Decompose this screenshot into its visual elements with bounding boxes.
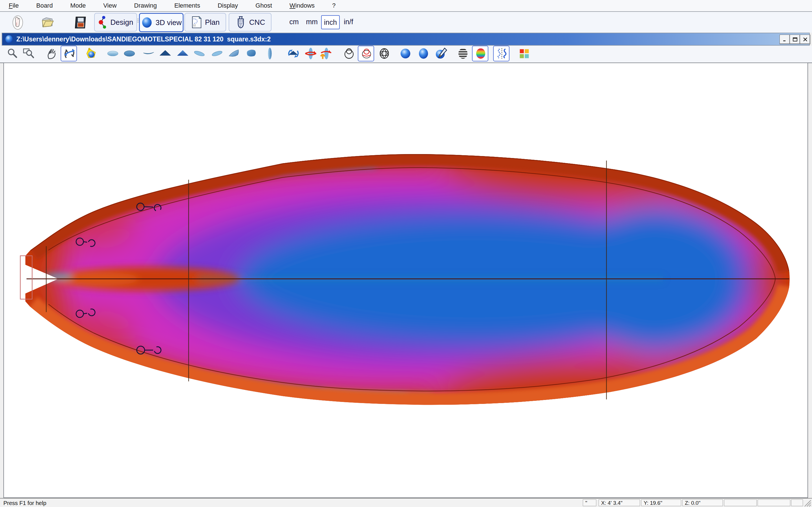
design-button[interactable]: Design (94, 13, 137, 32)
plan-button-label: Plan (205, 18, 220, 27)
render-zebra-icon[interactable] (456, 47, 470, 60)
status-x-coordinate: X: 4' 3.4" (599, 499, 640, 506)
view-3q-left-icon[interactable] (227, 47, 241, 60)
plan-doc-icon (191, 16, 202, 29)
unit-inf[interactable]: in/f (340, 15, 357, 28)
board-3d-viewport[interactable] (3, 62, 808, 498)
sphere-icon (141, 17, 153, 29)
view-3q-right-icon[interactable] (245, 47, 258, 60)
cnc-button-label: CNC (249, 18, 265, 27)
document-title: Z:\Users\dennery\Downloads\SANDIEGOMOTEL… (16, 36, 271, 43)
view-front-dark-icon[interactable] (158, 47, 172, 60)
status-z-coordinate: Z: 0.0" (682, 499, 723, 506)
pan-hand-icon[interactable] (45, 47, 59, 60)
spin-vertical-icon[interactable] (318, 47, 332, 60)
menu-ghost[interactable]: Ghost (247, 2, 281, 9)
unit-mm[interactable]: mm (303, 15, 320, 28)
status-empty-pane (724, 499, 757, 506)
status-empty-pane (791, 499, 803, 506)
3d-view-button[interactable]: 3D view (139, 13, 184, 32)
menu-mode[interactable]: Mode (61, 2, 94, 9)
status-y-coordinate: Y: 19.6" (641, 499, 681, 506)
menu-display[interactable]: Display (209, 2, 247, 9)
minimize-button[interactable] (779, 35, 790, 44)
light-icon[interactable] (84, 47, 98, 60)
document-title-bar[interactable]: Z:\Users\dennery\Downloads\SANDIEGOMOTEL… (2, 33, 810, 46)
windows-tile-icon[interactable] (517, 47, 531, 60)
design-nodes-icon (98, 15, 108, 29)
hand-wizard-icon[interactable] (9, 14, 27, 31)
document-app-icon (4, 35, 13, 44)
status-help-text: Press F1 for help (3, 500, 46, 506)
rotate-3d-icon[interactable] (63, 47, 76, 60)
symmetry-icon[interactable] (495, 47, 509, 60)
menu-view[interactable]: View (94, 2, 125, 9)
view-side-icon[interactable] (142, 47, 155, 60)
menu-elements[interactable]: Elements (165, 2, 209, 9)
view-front-icon[interactable] (176, 47, 190, 60)
cnc-bit-icon (235, 16, 246, 29)
render-wireframe-icon[interactable] (342, 47, 356, 60)
save-icon[interactable] (72, 14, 90, 31)
render-mesh-icon[interactable] (377, 47, 391, 60)
plan-button[interactable]: Plan (185, 13, 226, 32)
view-perspective-right-icon[interactable] (210, 47, 224, 60)
rotate-front-icon[interactable] (287, 47, 300, 60)
main-toolbar: Design 3D view Plan (0, 12, 812, 33)
spin-horizontal-icon[interactable] (304, 47, 317, 60)
menu-bar: File Board Mode View Drawing Elements Di… (0, 0, 812, 12)
render-solid-icon[interactable] (399, 47, 412, 60)
status-bar: Press F1 for help " X: 4' 3.4" Y: 19.6" … (0, 498, 812, 507)
menu-board[interactable]: Board (28, 2, 61, 9)
zoom-in-icon[interactable] (6, 47, 19, 60)
view-perspective-left-icon[interactable] (193, 47, 206, 60)
resize-grip[interactable] (804, 500, 811, 507)
render-paint-icon[interactable] (435, 47, 448, 60)
design-button-label: Design (110, 18, 133, 27)
view-end-icon[interactable] (263, 47, 276, 60)
view-top-shaded-icon[interactable] (123, 47, 136, 60)
close-button[interactable] (800, 35, 810, 44)
unit-inch[interactable]: inch (321, 15, 340, 29)
menu-file[interactable]: File (0, 2, 28, 9)
render-wireframe-red-icon[interactable] (360, 47, 373, 60)
menu-windows[interactable]: Windows (281, 2, 323, 9)
maximize-button[interactable] (790, 35, 800, 44)
menu-help[interactable]: ? (323, 2, 344, 9)
view-toolbar (0, 46, 812, 63)
3d-view-button-label: 3D view (156, 18, 182, 27)
view-top-outline-icon[interactable] (106, 47, 119, 60)
menu-drawing[interactable]: Drawing (125, 2, 166, 9)
zoom-window-icon[interactable] (22, 47, 35, 60)
render-smooth-icon[interactable] (417, 47, 430, 60)
render-curvature-icon[interactable] (474, 47, 488, 60)
surfboard-curvature-render (4, 63, 808, 497)
status-unit-indicator: " (583, 499, 596, 506)
unit-cm[interactable]: cm (286, 15, 303, 28)
cnc-button[interactable]: CNC (229, 13, 271, 32)
open-folder-icon[interactable] (40, 14, 57, 31)
application-window: File Board Mode View Drawing Elements Di… (0, 0, 812, 507)
status-empty-pane (758, 499, 790, 506)
